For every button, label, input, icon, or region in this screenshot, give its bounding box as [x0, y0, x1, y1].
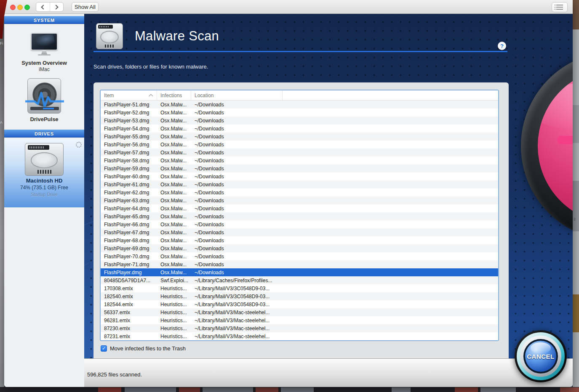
- page-title: Malware Scan: [135, 29, 219, 44]
- window-body: SYSTEM System Overview iMac: [4, 14, 573, 387]
- help-button[interactable]: ?: [498, 42, 506, 50]
- sidebar-item-sublabel: iMac: [39, 66, 49, 72]
- cell-item: 87230.emlx: [101, 326, 157, 331]
- cell-infections: Osx.Malw...: [157, 182, 191, 188]
- table-row[interactable]: 170308.emlx Heuristics... ~/Library/Mail…: [101, 284, 498, 292]
- cell-item: 56337.emlx: [101, 310, 157, 315]
- cell-infections: Osx.Malw...: [157, 118, 191, 124]
- cell-item: 182540.emlx: [101, 294, 157, 299]
- table-row[interactable]: FlashPlayer-58.dmg Osx.Malw... ~/Downloa…: [101, 156, 498, 164]
- cell-infections: Heuristics...: [157, 310, 191, 315]
- drive-name: Macintosh HD: [26, 177, 63, 184]
- table-row[interactable]: FlashPlayer-56.dmg Osx.Malw... ~/Downloa…: [101, 140, 498, 148]
- cell-item: FlashPlayer-52.dmg: [101, 110, 157, 116]
- forward-button[interactable]: [50, 3, 64, 11]
- table-row[interactable]: 87230.emlx Heuristics... ~/Library/Mail/…: [101, 324, 498, 332]
- sidebar-item-system-overview[interactable]: System Overview iMac: [4, 24, 84, 72]
- table-row[interactable]: FlashPlayer-66.dmg Osx.Malw... ~/Downloa…: [101, 220, 498, 228]
- cell-location: ~/Library/Caches/Firefox/Profiles...: [191, 278, 283, 283]
- list-view-button[interactable]: [552, 2, 568, 12]
- cell-item: 96281.emlx: [101, 318, 157, 323]
- table-row[interactable]: 182544.emlx Heuristics... ~/Library/Mail…: [101, 300, 498, 308]
- cell-item: FlashPlayer-55.dmg: [101, 134, 157, 140]
- cell-location: ~/Downloads: [191, 262, 283, 268]
- drive-free-space: 74% (735.1 GB) Free: [20, 185, 68, 191]
- cell-infections: Osx.Malw...: [157, 134, 191, 140]
- sidebar-item-label: DrivePulse: [30, 116, 58, 122]
- column-header-location[interactable]: Location: [191, 90, 283, 100]
- cell-infections: Osx.Malw...: [157, 126, 191, 132]
- cell-infections: Osx.Malw...: [157, 214, 191, 220]
- cell-item: FlashPlayer-59.dmg: [101, 166, 157, 172]
- cell-item: FlashPlayer-61.dmg: [101, 182, 157, 188]
- desktop-text-fragment: 2: [574, 217, 576, 221]
- sidebar-item-macintosh-hd[interactable]: Macintosh HD 74% (735.1 GB) Free Startup…: [4, 139, 84, 207]
- cell-location: ~/Downloads: [191, 174, 283, 180]
- cell-item: FlashPlayer-54.dmg: [101, 126, 157, 132]
- back-button[interactable]: [36, 3, 50, 11]
- table-row[interactable]: FlashPlayer-53.dmg Osx.Malw... ~/Downloa…: [101, 117, 498, 124]
- table-row[interactable]: FlashPlayer-57.dmg Osx.Malw... ~/Downloa…: [101, 148, 498, 156]
- trash-option-row: ✓ Move infected files to the Trash: [101, 345, 186, 352]
- table-row[interactable]: FlashPlayer.dmg Osx.Malw... ~/Downloads: [101, 268, 498, 276]
- desktop-edge-left: Fi A: [0, 0, 4, 392]
- cell-item: FlashPlayer-65.dmg: [101, 214, 157, 220]
- title-divider: [93, 51, 507, 52]
- cell-infections: Osx.Malw...: [157, 142, 191, 148]
- table-row[interactable]: FlashPlayer-51.dmg Osx.Malw... ~/Downloa…: [101, 101, 498, 109]
- zoom-button[interactable]: [24, 5, 30, 10]
- column-header-item[interactable]: Item: [101, 90, 157, 100]
- table-row[interactable]: FlashPlayer-69.dmg Osx.Malw... ~/Downloa…: [101, 244, 498, 252]
- cell-item: FlashPlayer-66.dmg: [101, 222, 157, 228]
- minimize-button[interactable]: [17, 5, 23, 10]
- table-row[interactable]: FlashPlayer-55.dmg Osx.Malw... ~/Downloa…: [101, 132, 498, 140]
- cell-location: ~/Library/Mail/V3/3C0548D9-03...: [191, 294, 283, 299]
- table-row[interactable]: FlashPlayer-52.dmg Osx.Malw... ~/Downloa…: [101, 109, 498, 117]
- sidebar-item-drivepulse[interactable]: DrivePulse: [4, 72, 84, 122]
- cell-infections: Swf.Exploi...: [157, 278, 191, 283]
- table-row[interactable]: FlashPlayer-70.dmg Osx.Malw... ~/Downloa…: [101, 252, 498, 260]
- cell-item: FlashPlayer-68.dmg: [101, 238, 157, 244]
- table-row[interactable]: FlashPlayer-62.dmg Osx.Malw... ~/Downloa…: [101, 188, 498, 196]
- list-icon: [556, 5, 563, 10]
- spinner-icon: [76, 142, 82, 148]
- table-row[interactable]: FlashPlayer-54.dmg Osx.Malw... ~/Downloa…: [101, 124, 498, 132]
- table-row[interactable]: FlashPlayer-67.dmg Osx.Malw... ~/Downloa…: [101, 228, 498, 236]
- cell-item: FlashPlayer-58.dmg: [101, 158, 157, 164]
- table-row[interactable]: FlashPlayer-65.dmg Osx.Malw... ~/Downloa…: [101, 212, 498, 220]
- cancel-button[interactable]: CANCEL: [515, 330, 567, 382]
- table-row[interactable]: 182540.emlx Heuristics... ~/Library/Mail…: [101, 292, 498, 300]
- cell-location: ~/Downloads: [191, 142, 283, 148]
- table-row[interactable]: 80485D5A79D1A7... Swf.Exploi... ~/Librar…: [101, 276, 498, 284]
- cell-item: 170308.emlx: [101, 286, 157, 291]
- close-button[interactable]: [10, 5, 16, 10]
- desktop-thumbnail: [573, 105, 579, 143]
- desktop-thumbnail: [98, 387, 121, 392]
- table-row[interactable]: 96281.emlx Heuristics... ~/Library/Mail/…: [101, 316, 498, 324]
- table-row[interactable]: FlashPlayer-71.dmg Osx.Malw... ~/Downloa…: [101, 260, 498, 268]
- cell-infections: Osx.Malw...: [157, 198, 191, 204]
- table-row[interactable]: 87231.emlx Heuristics... ~/Library/Mail/…: [101, 332, 498, 340]
- desktop-thumbnail: [560, 387, 579, 392]
- cell-item: FlashPlayer-62.dmg: [101, 190, 157, 196]
- table-row[interactable]: FlashPlayer-68.dmg Osx.Malw... ~/Downloa…: [101, 236, 498, 244]
- table-row[interactable]: FlashPlayer-63.dmg Osx.Malw... ~/Downloa…: [101, 196, 498, 204]
- show-all-button[interactable]: Show All: [72, 2, 99, 12]
- table-row[interactable]: FlashPlayer-59.dmg Osx.Malw... ~/Downloa…: [101, 164, 498, 172]
- desktop-text-fragment: Fi: [0, 41, 4, 45]
- cell-item: FlashPlayer-57.dmg: [101, 150, 157, 156]
- screen: Fi A 2 Show All: [0, 0, 579, 392]
- sort-asc-icon: [149, 94, 153, 98]
- table-row[interactable]: FlashPlayer-64.dmg Osx.Malw... ~/Downloa…: [101, 204, 498, 212]
- table-row[interactable]: 56337.emlx Heuristics... ~/Library/Mail/…: [101, 308, 498, 316]
- cell-infections: Heuristics...: [157, 286, 191, 291]
- table-row[interactable]: FlashPlayer-60.dmg Osx.Malw... ~/Downloa…: [101, 172, 498, 180]
- sidebar-item-label: System Overview: [21, 60, 67, 66]
- cell-location: ~/Library/Mail/V3/Mac-steelehel...: [191, 310, 283, 315]
- table-row[interactable]: FlashPlayer-61.dmg Osx.Malw... ~/Downloa…: [101, 180, 498, 188]
- checkbox-checked[interactable]: ✓: [101, 345, 107, 352]
- column-header-infections[interactable]: Infections: [157, 90, 191, 100]
- drivepulse-icon: [27, 78, 61, 114]
- cell-location: ~/Library/Mail/V3/3C0548D9-03...: [191, 302, 283, 307]
- cell-item: FlashPlayer-64.dmg: [101, 206, 157, 212]
